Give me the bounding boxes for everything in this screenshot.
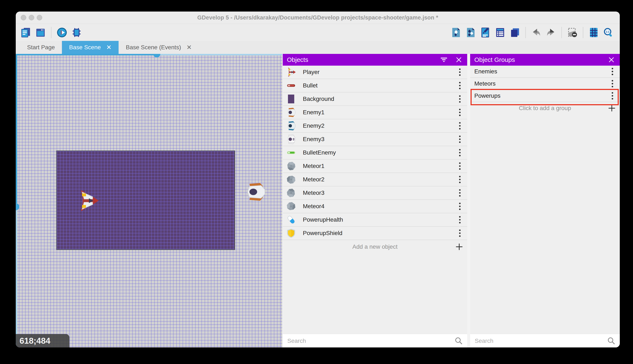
- objects-search-input[interactable]: [287, 337, 455, 344]
- group-menu-kebab-icon[interactable]: [610, 91, 615, 100]
- filter-icon[interactable]: [440, 56, 448, 64]
- object-menu-kebab-icon[interactable]: [457, 215, 463, 224]
- object-groups-panel-header: Object Groups: [470, 54, 620, 66]
- objects-panel: Objects PlayerBulletBackgroundEnemy1Enem…: [282, 54, 467, 348]
- object-list-item-enemy3[interactable]: Enemy3: [283, 133, 467, 146]
- svg-text:1:1: 1:1: [606, 30, 609, 33]
- zoom-1-1-icon[interactable]: 1:1: [602, 27, 614, 38]
- add-group-row[interactable]: Click to add a group: [470, 102, 620, 114]
- toolbar-separator: [583, 27, 583, 38]
- horizontal-scrollbar[interactable]: [16, 54, 153, 55]
- search-icon[interactable]: [607, 337, 615, 345]
- object-menu-kebab-icon[interactable]: [457, 148, 463, 157]
- object-menu-kebab-icon[interactable]: [457, 134, 463, 144]
- enemy1-thumbnail: [286, 107, 296, 118]
- object-menu-kebab-icon[interactable]: [457, 202, 463, 211]
- object-list-item-enemy1[interactable]: Enemy1: [283, 106, 467, 119]
- panel-divider: [467, 54, 470, 348]
- object-menu-kebab-icon[interactable]: [457, 175, 463, 184]
- enemy2-thumbnail: [286, 121, 296, 131]
- close-panel-icon[interactable]: [455, 56, 463, 64]
- vertical-scrollbar-thumb[interactable]: [16, 203, 19, 210]
- object-list-item-background[interactable]: Background: [283, 92, 467, 106]
- object-label: Meteor1: [303, 163, 457, 170]
- object-list-item-meteor4[interactable]: Meteor4: [283, 200, 467, 213]
- vertical-scrollbar[interactable]: [16, 210, 17, 348]
- redo-icon[interactable]: [545, 27, 557, 38]
- objects-list: PlayerBulletBackgroundEnemy1Enemy2Enemy3…: [283, 66, 467, 254]
- add-new-object-label: Add a new object: [283, 244, 467, 250]
- close-panel-icon[interactable]: [607, 56, 615, 64]
- group-list-item-powerups[interactable]: Powerups: [470, 90, 620, 102]
- toolbar-separator: [561, 27, 562, 38]
- object-menu-kebab-icon[interactable]: [457, 121, 463, 130]
- object-menu-kebab-icon[interactable]: [457, 81, 463, 90]
- scene-window-icon[interactable]: [35, 27, 46, 38]
- horizontal-scrollbar[interactable]: [153, 54, 282, 55]
- object-groups-icon[interactable]: [465, 27, 477, 38]
- play-icon[interactable]: [56, 27, 68, 38]
- tab-label: Start Page: [27, 44, 55, 51]
- add-new-object-row[interactable]: Add a new object: [283, 240, 467, 254]
- object-menu-kebab-icon[interactable]: [457, 108, 463, 117]
- scene-editor-canvas[interactable]: 618;484: [16, 54, 282, 348]
- object-menu-kebab-icon[interactable]: [457, 228, 463, 238]
- player-instance[interactable]: [76, 189, 100, 212]
- tab-label: Base Scene (Events): [126, 44, 181, 51]
- object-list-item-bullet[interactable]: Bullet: [283, 79, 467, 92]
- meteor2-thumbnail: [286, 174, 296, 184]
- tab-close-icon[interactable]: ✕: [186, 44, 192, 50]
- object-menu-kebab-icon[interactable]: [457, 188, 463, 198]
- add-group-plus-icon[interactable]: [607, 104, 616, 112]
- undo-icon[interactable]: [530, 27, 542, 38]
- add-object-plus-icon[interactable]: [455, 242, 463, 251]
- object-label: Meteor3: [303, 190, 457, 196]
- meteor1-thumbnail: [286, 161, 296, 171]
- object-groups-panel: Object Groups EnemiesMeteorsPowerupsClic…: [470, 54, 620, 348]
- groups-search-input[interactable]: [474, 337, 607, 344]
- group-list-item-enemies[interactable]: Enemies: [470, 66, 620, 78]
- group-menu-kebab-icon[interactable]: [610, 67, 615, 76]
- meteor3-thumbnail: [286, 188, 296, 198]
- vertical-scrollbar[interactable]: [16, 54, 17, 203]
- groups-search-bar: [470, 334, 620, 348]
- object-menu-kebab-icon[interactable]: [457, 162, 463, 171]
- debug-icon[interactable]: [71, 27, 83, 38]
- enemy3-thumbnail: [286, 134, 296, 144]
- layers-icon[interactable]: [509, 27, 521, 38]
- tab-base-scene[interactable]: Base Scene ✕: [62, 41, 119, 54]
- grid-icon[interactable]: [588, 27, 600, 38]
- objects-editor-icon[interactable]: [450, 27, 462, 38]
- object-label: Meteor2: [303, 176, 457, 183]
- object-menu-kebab-icon[interactable]: [457, 68, 463, 77]
- objects-search-bar: [283, 334, 467, 348]
- object-label: Meteor4: [303, 203, 457, 210]
- object-groups-list: EnemiesMeteorsPowerupsClick to add a gro…: [470, 66, 620, 114]
- object-list-item-powerupshield[interactable]: PowerupShield: [283, 227, 467, 240]
- toolbar-right-icons: 1:1: [450, 27, 614, 38]
- object-list-item-poweruphealth[interactable]: PowerupHealth: [283, 213, 467, 227]
- mask-toggle-icon[interactable]: [566, 27, 578, 38]
- objects-panel-header: Objects: [283, 54, 467, 66]
- toolbar-separator: [525, 27, 526, 38]
- instances-list-icon[interactable]: [494, 27, 506, 38]
- object-label: Player: [303, 69, 457, 76]
- object-list-item-player[interactable]: Player: [283, 66, 467, 79]
- object-label: BulletEnemy: [303, 149, 457, 156]
- horizontal-scrollbar-thumb[interactable]: [153, 54, 160, 58]
- object-list-item-meteor2[interactable]: Meteor2: [283, 173, 467, 186]
- group-menu-kebab-icon[interactable]: [610, 79, 615, 88]
- object-list-item-bulletenemy[interactable]: BulletEnemy: [283, 146, 467, 160]
- enemy1-instance[interactable]: [244, 182, 267, 202]
- object-list-item-meteor3[interactable]: Meteor3: [283, 186, 467, 200]
- object-menu-kebab-icon[interactable]: [457, 94, 463, 104]
- tab-start-page[interactable]: Start Page: [20, 41, 62, 54]
- tab-close-icon[interactable]: ✕: [106, 44, 111, 50]
- search-icon[interactable]: [455, 337, 463, 345]
- project-manager-icon[interactable]: [20, 27, 32, 38]
- object-list-item-meteor1[interactable]: Meteor1: [283, 160, 467, 173]
- object-list-item-enemy2[interactable]: Enemy2: [283, 119, 467, 133]
- tab-base-scene-events[interactable]: Base Scene (Events) ✕: [119, 41, 199, 54]
- group-list-item-meteors[interactable]: Meteors: [470, 78, 620, 90]
- properties-icon[interactable]: [480, 27, 491, 38]
